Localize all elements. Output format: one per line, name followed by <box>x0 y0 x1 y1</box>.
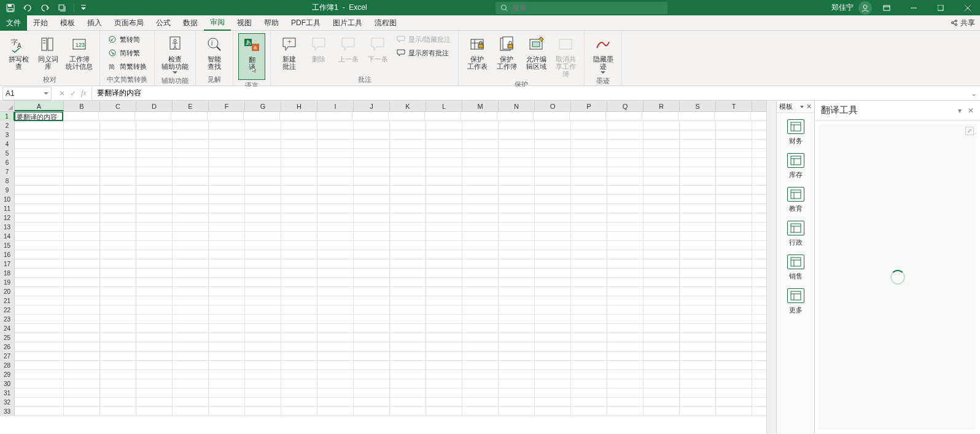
cell[interactable] <box>571 232 607 240</box>
cell[interactable] <box>716 370 752 379</box>
cell[interactable] <box>607 269 644 277</box>
cell[interactable] <box>245 130 281 139</box>
cell[interactable] <box>499 259 535 268</box>
cell[interactable] <box>499 287 535 296</box>
cell[interactable] <box>245 232 281 240</box>
cell[interactable] <box>317 149 354 157</box>
cell[interactable] <box>15 250 64 259</box>
cell[interactable] <box>173 342 209 351</box>
column-header[interactable]: R <box>644 101 680 111</box>
close-button[interactable] <box>955 0 980 15</box>
cell[interactable] <box>64 259 100 268</box>
cell[interactable] <box>245 140 281 148</box>
cell[interactable] <box>100 324 136 333</box>
cell[interactable] <box>535 232 571 240</box>
tab-formulas[interactable]: 公式 <box>150 15 177 31</box>
close-template-sidebar-button[interactable]: ✕ <box>806 103 812 111</box>
minimize-button[interactable] <box>901 0 926 15</box>
cell[interactable] <box>100 204 136 213</box>
column-header[interactable]: M <box>462 101 499 111</box>
cell[interactable] <box>499 241 535 250</box>
cell[interactable] <box>644 296 680 305</box>
cell[interactable] <box>462 223 499 231</box>
cell[interactable] <box>173 176 209 185</box>
cell[interactable] <box>281 213 317 222</box>
cell[interactable] <box>173 333 209 342</box>
cell[interactable] <box>462 333 499 342</box>
cell[interactable] <box>15 306 64 314</box>
cell[interactable] <box>390 287 426 296</box>
cell[interactable] <box>173 250 209 259</box>
cell[interactable] <box>499 176 535 185</box>
cell[interactable] <box>100 398 136 406</box>
cell[interactable] <box>716 398 752 406</box>
cell[interactable] <box>281 223 317 231</box>
cell[interactable] <box>317 287 354 296</box>
cell[interactable] <box>100 379 136 388</box>
column-header[interactable]: N <box>499 101 535 111</box>
cell[interactable] <box>209 361 245 369</box>
cell[interactable] <box>390 306 426 314</box>
cell[interactable] <box>426 287 462 296</box>
cell[interactable] <box>571 333 607 342</box>
cell[interactable] <box>209 241 245 250</box>
cell[interactable] <box>716 204 752 213</box>
cell[interactable] <box>317 379 354 388</box>
cell[interactable] <box>571 176 607 185</box>
cell[interactable] <box>390 213 426 222</box>
cell[interactable] <box>390 204 426 213</box>
cell[interactable] <box>716 278 752 286</box>
row-header[interactable]: 24 <box>0 324 15 333</box>
cell[interactable] <box>607 259 644 268</box>
cell[interactable] <box>426 167 462 176</box>
cell[interactable] <box>136 204 173 213</box>
cell[interactable] <box>15 379 64 388</box>
cell[interactable] <box>136 213 173 222</box>
cell[interactable] <box>644 269 680 277</box>
row-header[interactable]: 1 <box>0 112 15 120</box>
cell[interactable] <box>15 287 64 296</box>
tab-data[interactable]: 数据 <box>177 15 204 31</box>
cell[interactable] <box>245 241 281 250</box>
cell[interactable] <box>100 121 136 130</box>
row-header[interactable]: 11 <box>0 204 15 213</box>
cell[interactable] <box>499 342 535 351</box>
cell[interactable] <box>644 407 680 416</box>
cell[interactable] <box>680 140 716 148</box>
avatar[interactable] <box>858 1 872 15</box>
cell[interactable] <box>209 186 245 194</box>
row-header[interactable]: 33 <box>0 407 15 416</box>
cell[interactable] <box>354 250 390 259</box>
cell[interactable] <box>644 186 680 194</box>
cell[interactable] <box>462 186 499 194</box>
row-header[interactable]: 32 <box>0 398 15 406</box>
prev-comment-button[interactable]: 上一条 <box>335 33 362 64</box>
cell[interactable] <box>245 269 281 277</box>
cell[interactable] <box>390 389 426 397</box>
cell[interactable] <box>100 352 136 360</box>
cell[interactable] <box>100 195 136 203</box>
cell[interactable] <box>100 287 136 296</box>
cell[interactable] <box>317 140 354 148</box>
template-item[interactable]: 库存 <box>787 153 804 180</box>
cell[interactable] <box>389 112 425 120</box>
cell[interactable] <box>535 130 571 139</box>
cell[interactable] <box>607 287 644 296</box>
cell[interactable] <box>15 158 64 167</box>
save-button[interactable] <box>4 1 17 15</box>
cell[interactable] <box>571 287 607 296</box>
cell[interactable] <box>499 315 535 323</box>
cell[interactable] <box>354 140 390 148</box>
cell[interactable] <box>136 287 173 296</box>
workbook-stats-button[interactable]: 123 工作簿 统计信息 <box>64 33 95 71</box>
cell[interactable] <box>209 223 245 231</box>
cell[interactable] <box>499 379 535 388</box>
cell[interactable] <box>15 296 64 305</box>
cell[interactable] <box>64 315 100 323</box>
cell[interactable] <box>209 296 245 305</box>
cell[interactable] <box>644 287 680 296</box>
row-header[interactable]: 28 <box>0 361 15 369</box>
cell[interactable] <box>100 250 136 259</box>
tab-review[interactable]: 审阅 <box>204 15 231 31</box>
cell[interactable] <box>535 315 571 323</box>
